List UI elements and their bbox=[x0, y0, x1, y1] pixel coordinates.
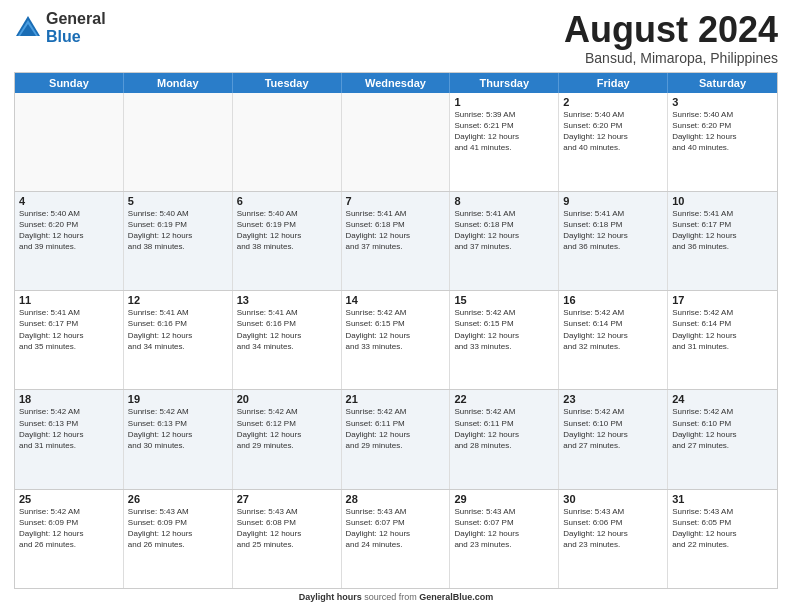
day-number: 7 bbox=[346, 195, 446, 207]
calendar: SundayMondayTuesdayWednesdayThursdayFrid… bbox=[14, 72, 778, 589]
day-number: 2 bbox=[563, 96, 663, 108]
cal-cell-5-2: 26Sunrise: 5:43 AMSunset: 6:09 PMDayligh… bbox=[124, 490, 233, 588]
cal-cell-4-4: 21Sunrise: 5:42 AMSunset: 6:11 PMDayligh… bbox=[342, 390, 451, 488]
day-number: 24 bbox=[672, 393, 773, 405]
cal-cell-1-7: 3Sunrise: 5:40 AMSunset: 6:20 PMDaylight… bbox=[668, 93, 777, 191]
day-number: 6 bbox=[237, 195, 337, 207]
cal-cell-3-2: 12Sunrise: 5:41 AMSunset: 6:16 PMDayligh… bbox=[124, 291, 233, 389]
day-number: 1 bbox=[454, 96, 554, 108]
cal-cell-3-6: 16Sunrise: 5:42 AMSunset: 6:14 PMDayligh… bbox=[559, 291, 668, 389]
cal-cell-3-5: 15Sunrise: 5:42 AMSunset: 6:15 PMDayligh… bbox=[450, 291, 559, 389]
cal-cell-1-1 bbox=[15, 93, 124, 191]
day-number: 5 bbox=[128, 195, 228, 207]
cal-header-day-monday: Monday bbox=[124, 73, 233, 93]
day-info: Sunrise: 5:40 AMSunset: 6:19 PMDaylight:… bbox=[128, 208, 228, 253]
day-info: Sunrise: 5:42 AMSunset: 6:11 PMDaylight:… bbox=[454, 406, 554, 451]
cal-cell-4-2: 19Sunrise: 5:42 AMSunset: 6:13 PMDayligh… bbox=[124, 390, 233, 488]
cal-header-day-thursday: Thursday bbox=[450, 73, 559, 93]
day-info: Sunrise: 5:43 AMSunset: 6:06 PMDaylight:… bbox=[563, 506, 663, 551]
day-info: Sunrise: 5:41 AMSunset: 6:16 PMDaylight:… bbox=[128, 307, 228, 352]
cal-week-3: 11Sunrise: 5:41 AMSunset: 6:17 PMDayligh… bbox=[15, 291, 777, 390]
day-number: 3 bbox=[672, 96, 773, 108]
calendar-body: 1Sunrise: 5:39 AMSunset: 6:21 PMDaylight… bbox=[15, 93, 777, 588]
day-info: Sunrise: 5:42 AMSunset: 6:13 PMDaylight:… bbox=[128, 406, 228, 451]
day-info: Sunrise: 5:43 AMSunset: 6:07 PMDaylight:… bbox=[454, 506, 554, 551]
cal-header-day-tuesday: Tuesday bbox=[233, 73, 342, 93]
cal-cell-2-7: 10Sunrise: 5:41 AMSunset: 6:17 PMDayligh… bbox=[668, 192, 777, 290]
day-info: Sunrise: 5:41 AMSunset: 6:17 PMDaylight:… bbox=[672, 208, 773, 253]
logo-text: General Blue bbox=[46, 10, 106, 45]
day-number: 16 bbox=[563, 294, 663, 306]
cal-cell-4-3: 20Sunrise: 5:42 AMSunset: 6:12 PMDayligh… bbox=[233, 390, 342, 488]
cal-cell-4-1: 18Sunrise: 5:42 AMSunset: 6:13 PMDayligh… bbox=[15, 390, 124, 488]
day-number: 15 bbox=[454, 294, 554, 306]
cal-cell-5-4: 28Sunrise: 5:43 AMSunset: 6:07 PMDayligh… bbox=[342, 490, 451, 588]
day-info: Sunrise: 5:40 AMSunset: 6:20 PMDaylight:… bbox=[19, 208, 119, 253]
cal-cell-5-3: 27Sunrise: 5:43 AMSunset: 6:08 PMDayligh… bbox=[233, 490, 342, 588]
day-info: Sunrise: 5:43 AMSunset: 6:09 PMDaylight:… bbox=[128, 506, 228, 551]
day-info: Sunrise: 5:40 AMSunset: 6:20 PMDaylight:… bbox=[563, 109, 663, 154]
cal-week-2: 4Sunrise: 5:40 AMSunset: 6:20 PMDaylight… bbox=[15, 192, 777, 291]
cal-cell-5-5: 29Sunrise: 5:43 AMSunset: 6:07 PMDayligh… bbox=[450, 490, 559, 588]
calendar-header: SundayMondayTuesdayWednesdayThursdayFrid… bbox=[15, 73, 777, 93]
cal-cell-3-4: 14Sunrise: 5:42 AMSunset: 6:15 PMDayligh… bbox=[342, 291, 451, 389]
cal-header-day-sunday: Sunday bbox=[15, 73, 124, 93]
cal-week-5: 25Sunrise: 5:42 AMSunset: 6:09 PMDayligh… bbox=[15, 490, 777, 588]
title-block: August 2024 Bansud, Mimaropa, Philippine… bbox=[564, 10, 778, 66]
cal-cell-2-2: 5Sunrise: 5:40 AMSunset: 6:19 PMDaylight… bbox=[124, 192, 233, 290]
footer-source: GeneralBlue.com bbox=[419, 592, 493, 602]
day-info: Sunrise: 5:42 AMSunset: 6:11 PMDaylight:… bbox=[346, 406, 446, 451]
cal-cell-2-1: 4Sunrise: 5:40 AMSunset: 6:20 PMDaylight… bbox=[15, 192, 124, 290]
day-number: 30 bbox=[563, 493, 663, 505]
cal-cell-2-5: 8Sunrise: 5:41 AMSunset: 6:18 PMDaylight… bbox=[450, 192, 559, 290]
day-info: Sunrise: 5:42 AMSunset: 6:13 PMDaylight:… bbox=[19, 406, 119, 451]
cal-cell-2-4: 7Sunrise: 5:41 AMSunset: 6:18 PMDaylight… bbox=[342, 192, 451, 290]
cal-header-day-wednesday: Wednesday bbox=[342, 73, 451, 93]
page: General Blue August 2024 Bansud, Mimarop… bbox=[0, 0, 792, 612]
day-info: Sunrise: 5:41 AMSunset: 6:16 PMDaylight:… bbox=[237, 307, 337, 352]
day-info: Sunrise: 5:42 AMSunset: 6:15 PMDaylight:… bbox=[454, 307, 554, 352]
day-info: Sunrise: 5:41 AMSunset: 6:18 PMDaylight:… bbox=[563, 208, 663, 253]
day-info: Sunrise: 5:39 AMSunset: 6:21 PMDaylight:… bbox=[454, 109, 554, 154]
day-info: Sunrise: 5:41 AMSunset: 6:17 PMDaylight:… bbox=[19, 307, 119, 352]
cal-header-day-saturday: Saturday bbox=[668, 73, 777, 93]
cal-cell-3-7: 17Sunrise: 5:42 AMSunset: 6:14 PMDayligh… bbox=[668, 291, 777, 389]
cal-cell-4-6: 23Sunrise: 5:42 AMSunset: 6:10 PMDayligh… bbox=[559, 390, 668, 488]
day-info: Sunrise: 5:40 AMSunset: 6:19 PMDaylight:… bbox=[237, 208, 337, 253]
day-number: 11 bbox=[19, 294, 119, 306]
cal-cell-2-6: 9Sunrise: 5:41 AMSunset: 6:18 PMDaylight… bbox=[559, 192, 668, 290]
day-number: 17 bbox=[672, 294, 773, 306]
day-number: 20 bbox=[237, 393, 337, 405]
day-number: 8 bbox=[454, 195, 554, 207]
cal-cell-5-1: 25Sunrise: 5:42 AMSunset: 6:09 PMDayligh… bbox=[15, 490, 124, 588]
logo-icon bbox=[14, 14, 42, 42]
day-number: 27 bbox=[237, 493, 337, 505]
day-number: 29 bbox=[454, 493, 554, 505]
cal-header-day-friday: Friday bbox=[559, 73, 668, 93]
logo: General Blue bbox=[14, 10, 106, 45]
day-number: 14 bbox=[346, 294, 446, 306]
cal-cell-4-5: 22Sunrise: 5:42 AMSunset: 6:11 PMDayligh… bbox=[450, 390, 559, 488]
cal-cell-4-7: 24Sunrise: 5:42 AMSunset: 6:10 PMDayligh… bbox=[668, 390, 777, 488]
cal-cell-1-6: 2Sunrise: 5:40 AMSunset: 6:20 PMDaylight… bbox=[559, 93, 668, 191]
logo-blue-text: Blue bbox=[46, 28, 106, 46]
day-number: 26 bbox=[128, 493, 228, 505]
header: General Blue August 2024 Bansud, Mimarop… bbox=[14, 10, 778, 66]
cal-cell-5-6: 30Sunrise: 5:43 AMSunset: 6:06 PMDayligh… bbox=[559, 490, 668, 588]
day-info: Sunrise: 5:42 AMSunset: 6:10 PMDaylight:… bbox=[563, 406, 663, 451]
day-info: Sunrise: 5:43 AMSunset: 6:07 PMDaylight:… bbox=[346, 506, 446, 551]
day-info: Sunrise: 5:42 AMSunset: 6:14 PMDaylight:… bbox=[563, 307, 663, 352]
day-info: Sunrise: 5:42 AMSunset: 6:10 PMDaylight:… bbox=[672, 406, 773, 451]
cal-cell-1-2 bbox=[124, 93, 233, 191]
day-number: 21 bbox=[346, 393, 446, 405]
day-info: Sunrise: 5:41 AMSunset: 6:18 PMDaylight:… bbox=[454, 208, 554, 253]
footer-label: Daylight hours bbox=[299, 592, 362, 602]
day-number: 23 bbox=[563, 393, 663, 405]
day-info: Sunrise: 5:41 AMSunset: 6:18 PMDaylight:… bbox=[346, 208, 446, 253]
day-info: Sunrise: 5:42 AMSunset: 6:14 PMDaylight:… bbox=[672, 307, 773, 352]
day-number: 28 bbox=[346, 493, 446, 505]
day-info: Sunrise: 5:40 AMSunset: 6:20 PMDaylight:… bbox=[672, 109, 773, 154]
day-info: Sunrise: 5:42 AMSunset: 6:09 PMDaylight:… bbox=[19, 506, 119, 551]
cal-cell-3-3: 13Sunrise: 5:41 AMSunset: 6:16 PMDayligh… bbox=[233, 291, 342, 389]
day-number: 25 bbox=[19, 493, 119, 505]
